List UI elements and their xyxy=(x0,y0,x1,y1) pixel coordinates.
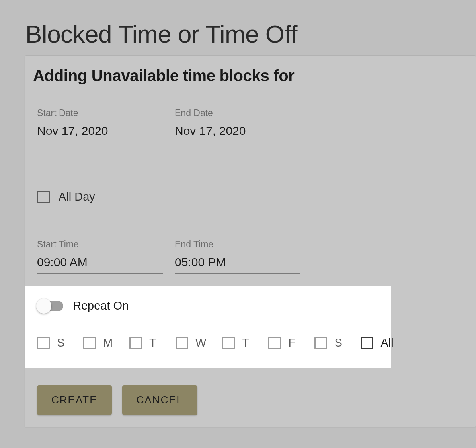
day-all: All xyxy=(361,336,393,349)
day-all-label: All xyxy=(380,336,393,349)
button-row: CREATE CANCEL xyxy=(25,368,476,415)
repeat-label: Repeat On xyxy=(73,299,129,312)
day-sunday: S xyxy=(37,336,67,349)
start-time-label: Start Time xyxy=(37,239,163,250)
time-row: Start Time 09:00 AM End Time 05:00 PM xyxy=(25,203,476,274)
day-saturday-checkbox[interactable] xyxy=(314,337,327,349)
all-day-checkbox[interactable] xyxy=(37,191,50,203)
end-date-value[interactable]: Nov 17, 2020 xyxy=(175,124,300,142)
cancel-button[interactable]: CANCEL xyxy=(122,385,197,415)
date-row: Start Date Nov 17, 2020 End Date Nov 17,… xyxy=(25,92,476,142)
day-wednesday: W xyxy=(176,336,206,349)
day-tuesday-checkbox[interactable] xyxy=(129,337,142,349)
day-monday-checkbox[interactable] xyxy=(83,337,96,349)
all-day-label: All Day xyxy=(59,190,95,203)
end-time-label: End Time xyxy=(175,239,300,250)
start-date-label: Start Date xyxy=(37,108,163,119)
day-wednesday-label: W xyxy=(195,336,206,349)
card-title: Adding Unavailable time blocks for xyxy=(25,56,476,92)
day-tuesday-label: T xyxy=(149,336,160,349)
day-friday-label: F xyxy=(288,336,298,349)
day-thursday-label: T xyxy=(242,336,252,349)
day-saturday: S xyxy=(314,336,345,349)
day-friday-checkbox[interactable] xyxy=(268,337,281,349)
day-monday-label: M xyxy=(103,336,113,349)
form-card: Adding Unavailable time blocks for Start… xyxy=(25,55,476,427)
all-day-row: All Day xyxy=(25,142,476,203)
toggle-knob-icon xyxy=(36,298,51,314)
end-time-field[interactable]: End Time 05:00 PM xyxy=(175,239,300,274)
start-time-value[interactable]: 09:00 AM xyxy=(37,255,163,274)
start-date-value[interactable]: Nov 17, 2020 xyxy=(37,124,163,142)
day-tuesday: T xyxy=(129,336,160,349)
end-time-value[interactable]: 05:00 PM xyxy=(175,255,300,274)
start-date-field[interactable]: Start Date Nov 17, 2020 xyxy=(37,108,163,142)
end-date-label: End Date xyxy=(175,108,300,119)
create-button[interactable]: CREATE xyxy=(37,385,112,415)
day-wednesday-checkbox[interactable] xyxy=(176,337,188,349)
repeat-panel: Repeat On S M T W xyxy=(25,286,391,368)
day-sunday-label: S xyxy=(57,336,67,349)
days-row: S M T W T xyxy=(37,312,379,349)
repeat-toggle[interactable] xyxy=(37,301,63,311)
day-monday: M xyxy=(83,336,113,349)
repeat-header: Repeat On xyxy=(37,299,379,312)
day-friday: F xyxy=(268,336,298,349)
day-thursday-checkbox[interactable] xyxy=(222,337,235,349)
day-all-checkbox[interactable] xyxy=(361,337,373,349)
page-title: Blocked Time or Time Off xyxy=(0,0,476,52)
day-saturday-label: S xyxy=(334,336,345,349)
end-date-field[interactable]: End Date Nov 17, 2020 xyxy=(175,108,300,142)
day-sunday-checkbox[interactable] xyxy=(37,337,50,349)
day-thursday: T xyxy=(222,336,252,349)
start-time-field[interactable]: Start Time 09:00 AM xyxy=(37,239,163,274)
